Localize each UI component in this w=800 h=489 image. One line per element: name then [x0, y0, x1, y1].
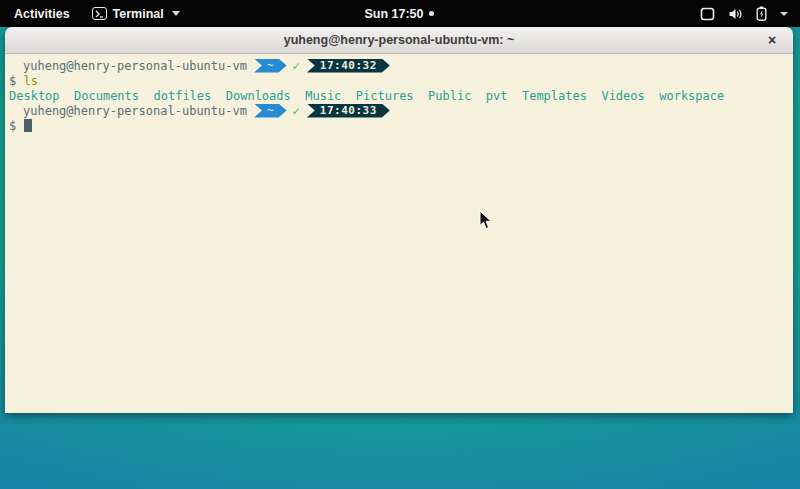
prompt-path-badge: ~: [254, 59, 287, 73]
system-status-area[interactable]: [434, 6, 800, 21]
command-text: ls: [23, 74, 37, 88]
prompt-line-1: yuheng@henry-personal-ubuntu-vm ~ ✓ 17:4…: [9, 58, 789, 73]
chevron-down-icon: [780, 12, 788, 16]
prompt-user-host: yuheng@henry-personal-ubuntu-vm: [9, 104, 247, 118]
clock-menu[interactable]: Sun 17:50: [364, 7, 433, 21]
app-menu-label: Terminal: [113, 7, 164, 21]
volume-icon: [728, 7, 743, 21]
prompt-time: 17:40:32: [320, 59, 377, 73]
terminal-window: yuheng@henry-personal-ubuntu-vm: ~ × yuh…: [5, 27, 793, 413]
text-cursor: [24, 119, 32, 132]
command-line: $ ls: [9, 73, 789, 88]
terminal-content[interactable]: yuheng@henry-personal-ubuntu-vm ~ ✓ 17:4…: [5, 54, 793, 413]
window-title: yuheng@henry-personal-ubuntu-vm: ~: [5, 33, 793, 47]
prompt-dollar: $: [9, 119, 16, 133]
terminal-icon: [92, 7, 107, 20]
clock-label: Sun 17:50: [364, 7, 423, 21]
ls-output-line: Desktop Documents dotfiles Downloads Mus…: [9, 88, 789, 103]
screen-icon: [700, 7, 715, 21]
prompt-time-badge: 17:40:33: [307, 104, 390, 118]
battery-charging-icon: [756, 6, 767, 21]
status-check-icon: ✓: [293, 59, 300, 73]
top-bar: Activities Terminal Sun 17:50: [0, 0, 800, 27]
prompt-line-2: yuheng@henry-personal-ubuntu-vm ~ ✓ 17:4…: [9, 103, 789, 118]
directory-list: Desktop Documents dotfiles Downloads Mus…: [9, 89, 724, 103]
prompt-user-host: yuheng@henry-personal-ubuntu-vm: [9, 59, 247, 73]
mouse-cursor-icon: [479, 210, 493, 231]
prompt-path: ~: [267, 59, 274, 73]
status-check-icon: ✓: [293, 104, 300, 118]
prompt-time-badge: 17:40:32: [307, 59, 390, 73]
prompt-dollar: $: [9, 74, 16, 88]
window-titlebar[interactable]: yuheng@henry-personal-ubuntu-vm: ~ ×: [5, 27, 793, 54]
caret-down-icon: [172, 11, 180, 16]
app-menu-terminal[interactable]: Terminal: [92, 7, 180, 21]
prompt-path-badge: ~: [254, 104, 287, 118]
activities-button[interactable]: Activities: [10, 5, 74, 23]
prompt-path: ~: [267, 104, 274, 118]
top-bar-left: Activities Terminal: [0, 5, 364, 23]
desktop: { "top_bar": { "activities_label": "Acti…: [0, 0, 800, 489]
input-line[interactable]: $: [9, 118, 789, 133]
close-button[interactable]: ×: [763, 31, 781, 49]
prompt-time: 17:40:33: [320, 104, 377, 118]
